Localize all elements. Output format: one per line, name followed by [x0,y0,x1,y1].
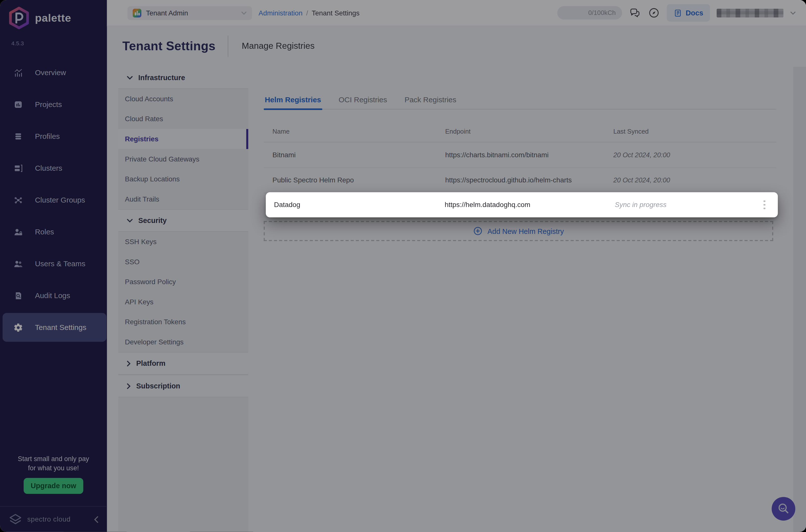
registry-endpoint: https://helm.datadoghq.com [445,201,615,209]
tour-dim-overlay [0,0,806,532]
app-window: palette 4.5.3 Overview Projects [0,0,806,532]
table-row-datadog-spotlight[interactable]: Datadog https://helm.datadoghq.com Sync … [266,192,778,217]
row-actions-kebab-icon[interactable] [759,200,769,209]
registry-name: Datadog [274,201,445,209]
registry-sync-status: Sync in progress [615,201,759,209]
